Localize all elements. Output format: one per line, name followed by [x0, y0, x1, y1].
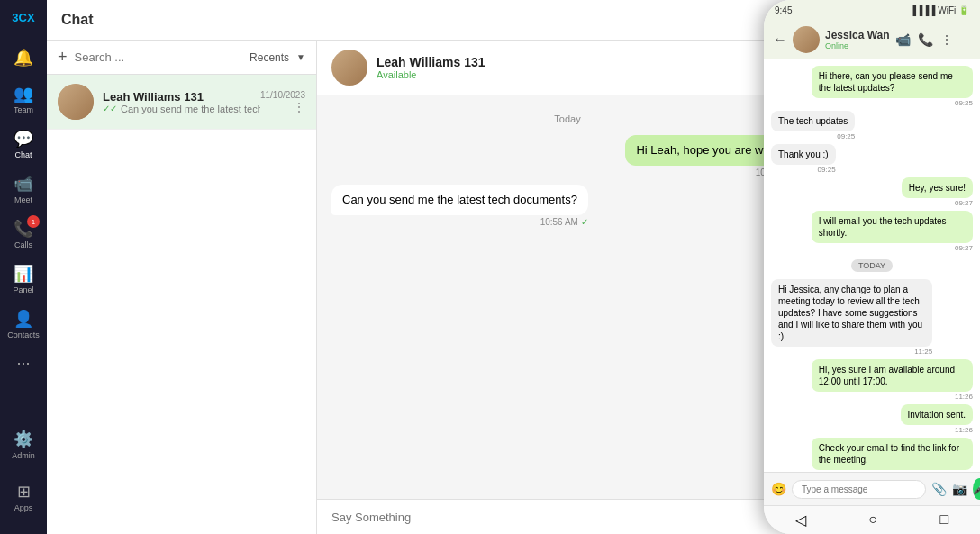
- meet-icon: 📹: [14, 174, 33, 194]
- sidebar-item-apps[interactable]: ⊞ Apps: [0, 475, 47, 520]
- chat-input[interactable]: [331, 511, 803, 524]
- phone-message: I will email you the tech updates shortl…: [812, 211, 973, 252]
- notification-bell-icon[interactable]: 🔔: [14, 39, 33, 77]
- sidebar-item-label: Team: [14, 105, 33, 114]
- phone-bubble: The tech updates: [771, 111, 855, 131]
- contacts-icon: 👤: [14, 309, 33, 329]
- more-icon[interactable]: ⋮: [940, 32, 953, 47]
- phone-status-bar: 9:45 ▐▐▐▐ WiFi 🔋: [764, 0, 980, 21]
- chat-icon: 💬: [14, 129, 33, 149]
- phone-call-icon[interactable]: 📞: [918, 32, 933, 47]
- contact-list: + Recents ▼ Leah Williams 131 ✓✓ Can you…: [47, 41, 317, 534]
- phone-time: 11:26: [955, 393, 973, 401]
- phone-time: 09:25: [837, 132, 855, 140]
- phone-nav-bar: ◁ ○ □: [764, 505, 980, 534]
- back-icon[interactable]: ←: [773, 32, 787, 48]
- phone-time: 09:25: [818, 166, 836, 174]
- app-logo: 3CX: [12, 7, 34, 28]
- phone-time: 09:27: [955, 244, 973, 252]
- video-call-icon[interactable]: 📹: [895, 32, 911, 47]
- check-icon: ✓✓: [103, 104, 117, 113]
- phone-bubble: Hi, yes sure I am available around 12:00…: [812, 359, 973, 392]
- today-divider: TODAY: [851, 259, 893, 272]
- sidebar-item-contacts[interactable]: 👤 Contacts: [0, 302, 47, 347]
- add-chat-button[interactable]: +: [58, 48, 68, 67]
- more-icon: ···: [16, 354, 30, 373]
- phone-message: Invitation sent. 11:26: [901, 404, 973, 434]
- date-divider: Today: [331, 113, 803, 124]
- chat-header: Leah Williams 131 Available ⋮: [317, 41, 818, 95]
- chat-header-avatar: [331, 50, 368, 86]
- phone-bubble: Hi Jessica, any change to plan a meeting…: [771, 279, 932, 347]
- phone-bubble: Hi there, can you please send me the lat…: [812, 66, 973, 98]
- sidebar-item-label: Meet: [14, 195, 32, 204]
- phone-bubble: Hey, yes sure!: [902, 177, 973, 198]
- phone-overlay: 9:45 ▐▐▐▐ WiFi 🔋 ← Jessica Wan Online 📹 …: [764, 0, 980, 534]
- phone-contact-avatar: [793, 26, 820, 53]
- chat-contact-status: Available: [377, 69, 485, 80]
- message-received-1: Can you send me the latest tech document…: [331, 185, 588, 227]
- sidebar-item-chat[interactable]: 💬 Chat: [0, 122, 47, 167]
- sidebar-item-label: Apps: [14, 503, 33, 512]
- chat-panel: Leah Williams 131 Available ⋮ Today Hi L…: [317, 41, 818, 534]
- phone-message-input[interactable]: [792, 480, 926, 499]
- phone-message: Hi, yes sure I am available around 12:00…: [812, 359, 973, 401]
- phone-time: 09:25: [955, 99, 973, 107]
- attachment-icon[interactable]: 📎: [931, 482, 947, 496]
- search-bar: + Recents ▼: [47, 41, 316, 75]
- calls-badge: 1: [27, 215, 40, 228]
- apps-icon: ⊞: [17, 482, 31, 502]
- phone-message: Hi Jessica, any change to plan a meeting…: [771, 279, 932, 356]
- contact-list-item[interactable]: Leah Williams 131 ✓✓ Can you send me the…: [47, 75, 316, 130]
- recents-nav-icon[interactable]: □: [940, 511, 949, 529]
- admin-icon: ⚙️: [14, 430, 33, 449]
- contact-avatar: [58, 84, 94, 120]
- phone-message: Check your email to find the link for th…: [812, 438, 973, 472]
- chat-header-info: Leah Williams 131 Available: [377, 55, 485, 80]
- phone-time: 9:45: [775, 5, 792, 15]
- recents-label[interactable]: Recents: [250, 51, 289, 64]
- more-options-icon[interactable]: ⋮: [293, 100, 305, 114]
- sidebar-item-label: Calls: [14, 240, 32, 249]
- contact-preview: ✓✓ Can you send me the latest tech d...: [103, 104, 260, 114]
- camera-icon[interactable]: 📷: [952, 482, 967, 496]
- phone-time: 09:27: [955, 199, 973, 207]
- phone-message: The tech updates 09:25: [771, 111, 855, 140]
- phone-bubble: Invitation sent.: [901, 404, 973, 425]
- phone-contact-name: Jessica Wan: [825, 29, 890, 41]
- phone-messages: Hi there, can you please send me the lat…: [764, 59, 980, 472]
- sidebar-item-label: Chat: [14, 150, 32, 159]
- emoji-icon[interactable]: 😊: [771, 482, 786, 496]
- sidebar-item-admin[interactable]: ⚙️ Admin: [0, 422, 47, 467]
- team-icon: 👥: [14, 84, 33, 104]
- sidebar-item-team[interactable]: 👥 Team: [0, 77, 47, 122]
- phone-message: Hi there, can you please send me the lat…: [812, 66, 973, 107]
- panel-icon: 📊: [14, 264, 33, 284]
- phone-header-icons: 📹 📞 ⋮: [895, 32, 953, 47]
- chat-input-area: [317, 499, 818, 534]
- phone-contact-status: Online: [825, 41, 890, 50]
- sidebar-item-meet[interactable]: 📹 Meet: [0, 167, 47, 212]
- contact-date: 11/10/2023 ⋮: [260, 90, 305, 114]
- phone-chat-header: ← Jessica Wan Online 📹 📞 ⋮: [764, 21, 980, 59]
- contact-name: Leah Williams 131: [103, 90, 260, 104]
- contact-info: Leah Williams 131 ✓✓ Can you send me the…: [103, 90, 260, 114]
- sidebar-item-label: Admin: [12, 451, 35, 460]
- sidebar-item-more[interactable]: ···: [0, 347, 47, 382]
- home-nav-icon[interactable]: ○: [868, 511, 877, 529]
- recents-chevron-icon[interactable]: ▼: [296, 52, 305, 62]
- back-nav-icon[interactable]: ◁: [795, 511, 806, 529]
- phone-bubble: Check your email to find the link for th…: [812, 438, 973, 470]
- sidebar-item-panel[interactable]: 📊 Panel: [0, 257, 47, 302]
- sidebar-item-calls[interactable]: 📞 Calls 1: [0, 212, 47, 257]
- phone-message: Thank you :) 09:25: [771, 144, 836, 174]
- send-button[interactable]: 🎤: [973, 478, 980, 500]
- messages-area: Today Hi Leah, hope you are well 😊 10:55…: [317, 95, 818, 499]
- phone-bubble: Thank you :): [771, 144, 836, 165]
- sidebar-item-label: Panel: [13, 285, 33, 294]
- phone-time: 11:26: [955, 426, 973, 434]
- phone-signal-icon: ▐▐▐▐ WiFi 🔋: [910, 5, 969, 15]
- phone-message: Hey, yes sure! 09:27: [902, 177, 973, 207]
- sidebar: 3CX 🔔 👥 Team 💬 Chat 📹 Meet 📞 Calls 1 📊 P…: [0, 0, 47, 534]
- search-input[interactable]: [75, 50, 243, 64]
